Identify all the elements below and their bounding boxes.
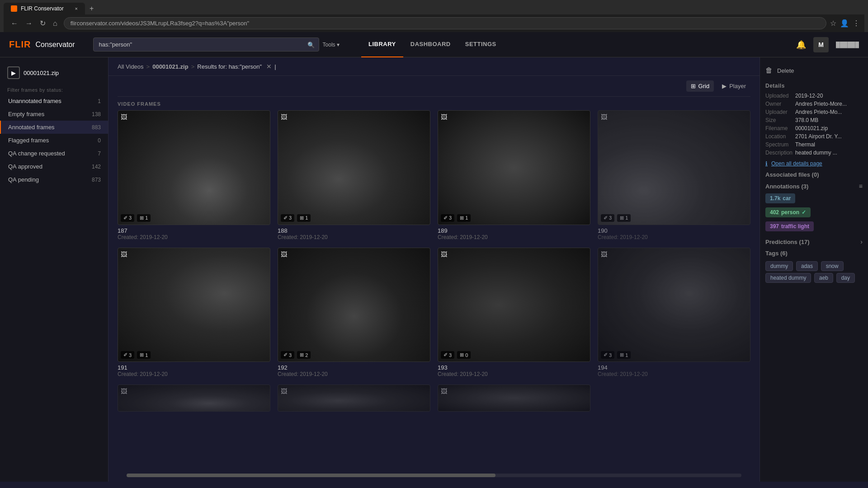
- frame-image-icon-192: 🖼: [281, 251, 287, 258]
- annotation-traffic-label: traffic light: [781, 223, 809, 230]
- frame-date-192: Created: 2019-12-20: [278, 371, 430, 377]
- frame-card-197[interactable]: 🖼: [438, 385, 590, 412]
- url-text: flirconservator.com/videos/JS3MLrupLRa3f…: [71, 20, 249, 27]
- scrollbar-thumb[interactable]: [127, 474, 495, 477]
- tools-button[interactable]: Tools ▾: [319, 40, 343, 50]
- frame-badges-189: ✐3 ⊞1: [441, 214, 471, 222]
- owner-label: Owner: [765, 101, 793, 107]
- tab-close-button[interactable]: ×: [75, 6, 78, 11]
- details-description: Description heated dummy ...: [765, 150, 863, 156]
- delete-action[interactable]: 🗑 Delete: [765, 63, 863, 78]
- sidebar-item-qa-approved[interactable]: QA approved 142: [0, 160, 108, 173]
- logo-conservator: Conservator: [35, 41, 75, 49]
- grid-label: Grid: [698, 83, 710, 89]
- frame-card-196[interactable]: 🖼: [278, 385, 430, 412]
- logo-flir: FLIR: [9, 39, 31, 50]
- player-view-button[interactable]: ▶ Player: [717, 80, 750, 92]
- tag-snow[interactable]: snow: [821, 261, 844, 271]
- tag-heated-dummy[interactable]: heated dummy: [765, 273, 811, 283]
- sidebar-item-qa-change[interactable]: QA change requested 7: [0, 147, 108, 160]
- annotation-person-count: 402: [770, 209, 779, 216]
- main-nav: LIBRARY DASHBOARD SETTINGS: [361, 32, 504, 57]
- profile-icon[interactable]: 👤: [840, 19, 849, 28]
- frame-date-194: Created: 2019-12-20: [598, 371, 750, 377]
- content-area: All Videos > 00001021.zip > Results for:…: [108, 57, 760, 482]
- size-label: Size: [765, 117, 793, 123]
- breadcrumb-zip[interactable]: 00001021.zip: [152, 63, 189, 70]
- notification-icon[interactable]: 🔔: [796, 40, 806, 50]
- sidebar-count-unannotated: 1: [98, 98, 101, 104]
- tag-day[interactable]: day: [836, 273, 855, 283]
- frame-annotation-badge-192: ✐3: [281, 351, 294, 359]
- forward-button[interactable]: →: [23, 17, 35, 29]
- address-bar[interactable]: flirconservator.com/videos/JS3MLrupLRa3f…: [64, 17, 826, 29]
- new-tab-button[interactable]: +: [85, 3, 98, 14]
- breadcrumb-cursor: |: [274, 63, 276, 70]
- sidebar-file: ▶ 00001021.zip: [0, 62, 108, 84]
- open-details-link[interactable]: ℹ Open all details page: [765, 160, 863, 167]
- breadcrumb-all-videos[interactable]: All Videos: [118, 63, 144, 70]
- browser-chrome: FLIR Conservator × + ← → ↻ ⌂ flirconserv…: [0, 0, 868, 32]
- frame-thumb-192: 🖼 ✐3 ⊞2: [278, 248, 430, 362]
- frame-card-190[interactable]: 🖼 ✐3 ⊞1 190 Created: 2019-12-20: [598, 110, 750, 240]
- annotation-traffic-tag[interactable]: 397 traffic light: [765, 221, 814, 231]
- tag-adas[interactable]: adas: [796, 261, 818, 271]
- tag-aeb[interactable]: aeb: [814, 273, 833, 283]
- frame-card-187[interactable]: 🖼 ✐3 ⊞1 187 Created: 2019-12-20: [118, 110, 270, 240]
- grid-view-button[interactable]: ⊞ Grid: [686, 80, 714, 92]
- play-icon[interactable]: ▶: [7, 66, 20, 79]
- search-icon[interactable]: 🔍: [307, 41, 315, 48]
- frame-num-190: 190: [598, 227, 750, 234]
- frame-image-icon-194: 🖼: [601, 251, 607, 258]
- sidebar-item-annotated[interactable]: Annotated frames 883: [0, 121, 108, 134]
- frame-badges-194: ✐3 ⊞1: [601, 351, 631, 359]
- frame-num-192: 192: [278, 364, 430, 371]
- refresh-button[interactable]: ↻: [37, 17, 48, 29]
- bookmark-star-icon[interactable]: ☆: [830, 19, 836, 28]
- avatar[interactable]: M: [813, 37, 829, 52]
- frame-card-195[interactable]: 🖼: [118, 385, 270, 412]
- predictions-row[interactable]: Predictions (17) ›: [765, 238, 863, 245]
- nav-library[interactable]: LIBRARY: [361, 32, 403, 57]
- menu-icon[interactable]: ⋮: [853, 19, 860, 28]
- breadcrumb-sep1: >: [146, 63, 150, 70]
- scrollbar-track[interactable]: [127, 474, 741, 477]
- breadcrumb-clear-button[interactable]: ✕: [266, 63, 272, 70]
- frame-num-187: 187: [118, 227, 270, 234]
- nav-settings[interactable]: SETTINGS: [458, 32, 504, 57]
- sidebar-item-empty[interactable]: Empty frames 138: [0, 108, 108, 121]
- frame-badges-188: ✐3 ⊞1: [281, 214, 311, 222]
- annotation-person-tag[interactable]: 402 person ✓: [765, 207, 811, 217]
- frame-card-189[interactable]: 🖼 ✐3 ⊞1 189 Created: 2019-12-20: [438, 110, 590, 240]
- frame-badges-193: ✐3 ⊞0: [441, 351, 471, 359]
- frame-card-193[interactable]: 🖼 ✐3 ⊞0 193 Created: 2019-12-20: [438, 248, 590, 378]
- sidebar-item-qa-pending[interactable]: QA pending 873: [0, 173, 108, 186]
- frame-detection-badge-191: ⊞1: [137, 351, 151, 359]
- tag-dummy[interactable]: dummy: [765, 261, 793, 271]
- person-check-icon: ✓: [802, 209, 806, 216]
- frame-detection-badge-193: ⊞0: [457, 351, 471, 359]
- frame-card-194[interactable]: 🖼 ✐3 ⊞1 194 Created: 2019-12-20: [598, 248, 750, 378]
- home-button[interactable]: ⌂: [50, 17, 60, 29]
- frame-badges-191: ✐3 ⊞1: [121, 351, 151, 359]
- sidebar-label-annotated: Annotated frames: [8, 124, 55, 131]
- back-button[interactable]: ←: [8, 17, 21, 29]
- sidebar-item-unannotated[interactable]: Unannotated frames 1: [0, 94, 108, 108]
- frame-card-191[interactable]: 🖼 ✐3 ⊞1 191 Created: 2019-12-20: [118, 248, 270, 378]
- filename-value: 00001021.zip: [795, 125, 828, 131]
- owner-value: Andres Prieto-More...: [795, 101, 847, 107]
- nav-dashboard[interactable]: DASHBOARD: [403, 32, 458, 57]
- annotation-car-tag[interactable]: 1.7k car: [765, 193, 795, 203]
- view-controls: ⊞ Grid ▶ Player: [108, 76, 760, 96]
- frame-card-192[interactable]: 🖼 ✐3 ⊞2 192 Created: 2019-12-20: [278, 248, 430, 378]
- location-label: Location: [765, 133, 793, 140]
- list-icon[interactable]: ≡: [859, 183, 863, 190]
- frame-annotation-badge-193: ✐3: [441, 351, 454, 359]
- predictions-chevron-icon: ›: [860, 238, 863, 245]
- search-input[interactable]: [93, 38, 319, 52]
- spectrum-value: Thermal: [795, 141, 815, 148]
- active-tab[interactable]: FLIR Conservator ×: [4, 3, 85, 14]
- sidebar-item-flagged[interactable]: Flagged frames 0: [0, 134, 108, 147]
- frame-image-icon-190: 🖼: [601, 113, 607, 121]
- frame-card-188[interactable]: 🖼 ✐3 ⊞1 188 Created: 2019-12-20: [278, 110, 430, 240]
